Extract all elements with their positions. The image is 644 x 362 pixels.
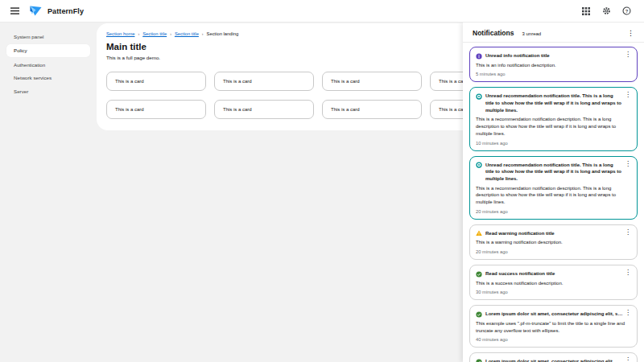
sidebar-item-system-panel[interactable]: System panel bbox=[6, 31, 90, 43]
breadcrumb-item-1[interactable]: Section home bbox=[106, 31, 134, 36]
sidebar-item-authentication[interactable]: Authentication bbox=[6, 60, 90, 71]
notification-title: Lorem ipsum dolor sit amet, consectetur … bbox=[485, 311, 623, 318]
notification-drawer: Notifications 3 unread ⋮ Unread info not… bbox=[463, 23, 644, 362]
notification-title: Unread recommendation notification title… bbox=[485, 93, 623, 113]
notification-item[interactable]: Unread recommendation notification title… bbox=[469, 87, 638, 150]
notification-kebab-button[interactable]: ⋮ bbox=[623, 229, 633, 236]
notification-item[interactable]: Lorem ipsum dolor sit amet, consectetur … bbox=[469, 305, 638, 348]
notification-title: Lorem ipsum dolor sit amet, consectetur … bbox=[485, 358, 613, 362]
notification-kebab-button[interactable]: ⋮ bbox=[623, 357, 633, 362]
notification-kebab-button[interactable]: ⋮ bbox=[623, 269, 633, 276]
notification-timestamp: 30 minutes ago bbox=[476, 290, 631, 294]
sidebar-item-policy[interactable]: Policy bbox=[6, 44, 90, 57]
recommendation-icon bbox=[476, 93, 482, 100]
notification-title: Read warning notification title bbox=[485, 230, 555, 237]
card[interactable]: This is a card bbox=[214, 72, 314, 91]
app-launcher-icon bbox=[582, 7, 590, 15]
notification-kebab-button[interactable]: ⋮ bbox=[623, 51, 633, 58]
brand-name: PatternFly bbox=[47, 7, 84, 15]
notification-list: Unread info notification title⋮This is a… bbox=[463, 43, 644, 362]
check-circle-icon bbox=[476, 311, 482, 318]
breadcrumb-separator-icon: › bbox=[138, 31, 139, 36]
notification-header: Unread info notification title bbox=[476, 52, 631, 60]
check-circle-icon bbox=[476, 359, 482, 362]
card[interactable]: This is a card bbox=[322, 72, 422, 91]
sidebar-item-server[interactable]: Server bbox=[6, 86, 90, 97]
card[interactable]: This is a card bbox=[106, 72, 206, 91]
card-title: This is a card bbox=[223, 79, 252, 84]
breadcrumb-separator-icon: › bbox=[202, 31, 204, 36]
notification-description: This is an info notification description… bbox=[476, 62, 631, 69]
card[interactable]: This is a card bbox=[322, 100, 422, 119]
notification-timestamp: 40 minutes ago bbox=[476, 337, 631, 342]
sidebar: System panelPolicyAuthenticationNetwork … bbox=[0, 23, 97, 362]
notification-header: Unread recommendation notification title… bbox=[476, 93, 631, 113]
drawer-kebab-button[interactable]: ⋮ bbox=[625, 30, 636, 37]
drawer-title: Notifications bbox=[473, 29, 514, 37]
card-title: This is a card bbox=[331, 107, 360, 112]
patternfly-logo-icon bbox=[30, 6, 42, 16]
notification-description: This is a warning notification descripti… bbox=[476, 239, 631, 246]
notification-timestamp: 20 minutes ago bbox=[476, 209, 631, 214]
app-launcher-button[interactable] bbox=[580, 5, 592, 18]
notification-description: This is a recommendation notification de… bbox=[476, 116, 631, 137]
notification-description: This is a recommendation notification de… bbox=[476, 185, 631, 206]
notification-header: Read success notification title bbox=[476, 270, 631, 278]
hamburger-icon bbox=[10, 7, 19, 14]
info-circle-icon bbox=[476, 53, 482, 60]
check-circle-icon bbox=[476, 271, 482, 278]
card-title: This is a card bbox=[115, 107, 144, 112]
notification-item[interactable]: Unread info notification title⋮This is a… bbox=[469, 47, 638, 82]
notification-description: This example uses ".pf-m-truncate" to li… bbox=[476, 320, 631, 334]
bell-icon bbox=[559, 7, 568, 15]
breadcrumb-separator-icon: › bbox=[170, 31, 171, 36]
notification-header: Read warning notification title bbox=[476, 230, 631, 237]
notification-kebab-button[interactable]: ⋮ bbox=[623, 310, 633, 316]
notification-item[interactable]: Read warning notification title⋮This is … bbox=[469, 224, 638, 260]
notification-title: Unread info notification title bbox=[485, 52, 550, 60]
notifications-button[interactable] bbox=[555, 4, 572, 18]
unread-count-label: 3 unread bbox=[522, 31, 541, 36]
breadcrumb-item-2[interactable]: Section title bbox=[142, 31, 167, 36]
notification-timestamp: 20 minutes ago bbox=[476, 249, 631, 254]
settings-button[interactable] bbox=[600, 5, 613, 18]
notification-kebab-button[interactable]: ⋮ bbox=[623, 92, 633, 98]
notification-item[interactable]: Unread recommendation notification title… bbox=[469, 156, 638, 220]
breadcrumb-item-3[interactable]: Section title bbox=[175, 31, 199, 36]
notification-item[interactable]: Read success notification title⋮This is … bbox=[469, 265, 638, 300]
notification-header: Lorem ipsum dolor sit amet, consectetur … bbox=[476, 311, 631, 318]
drawer-header: Notifications 3 unread ⋮ bbox=[463, 23, 644, 43]
notification-title: Read success notification title bbox=[485, 270, 555, 278]
masthead: PatternFly ? bbox=[0, 0, 644, 23]
nav-toggle-button[interactable] bbox=[8, 5, 21, 18]
notification-title: Unread recommendation notification title… bbox=[485, 162, 623, 183]
warning-triangle-icon bbox=[476, 230, 482, 237]
notification-header: Unread recommendation notification title… bbox=[476, 162, 631, 183]
svg-text:?: ? bbox=[625, 9, 628, 14]
recommendation-icon bbox=[476, 162, 482, 168]
notification-header: Lorem ipsum dolor sit amet, consectetur … bbox=[476, 358, 631, 362]
notification-timestamp: 10 minutes ago bbox=[476, 141, 631, 146]
card-title: This is a card bbox=[115, 79, 144, 84]
card-title: This is a card bbox=[331, 79, 360, 84]
notification-kebab-button[interactable]: ⋮ bbox=[623, 161, 633, 167]
card[interactable]: This is a card bbox=[106, 100, 206, 119]
card-title: This is a card bbox=[223, 107, 252, 112]
help-icon: ? bbox=[622, 6, 631, 15]
help-button[interactable]: ? bbox=[620, 5, 633, 18]
breadcrumb-item-4: Section landing bbox=[207, 31, 239, 36]
sidebar-item-network-services[interactable]: Network services bbox=[6, 72, 90, 84]
notification-timestamp: 5 minutes ago bbox=[476, 72, 631, 76]
card[interactable]: This is a card bbox=[214, 100, 314, 119]
notification-description: This is a success notification descripti… bbox=[476, 280, 631, 287]
notification-item[interactable]: Lorem ipsum dolor sit amet, consectetur … bbox=[469, 352, 638, 362]
settings-icon bbox=[602, 6, 611, 15]
